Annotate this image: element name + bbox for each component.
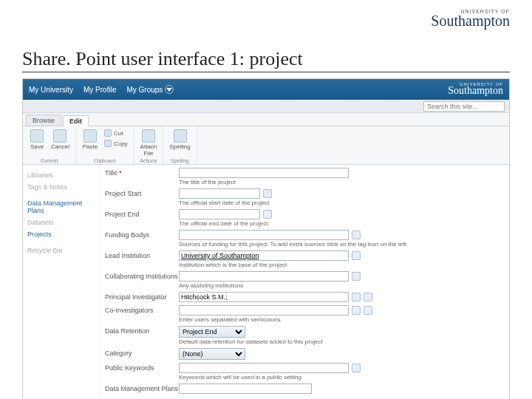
sidebar-item-datasets[interactable]: Datasets [27, 216, 95, 228]
attach-file-button[interactable]: Attach File [139, 129, 159, 157]
sidebar-item-libraries[interactable]: Libraries [27, 169, 95, 181]
dmp-input[interactable] [179, 383, 312, 394]
label-end: Project End [105, 209, 179, 218]
label-co: Co-Investigators [105, 305, 179, 314]
co-input[interactable] [179, 305, 349, 316]
lead-institution-input[interactable] [179, 250, 349, 261]
browse-people-icon[interactable] [364, 306, 372, 315]
chevron-down-icon [165, 85, 174, 94]
sidebar-item-recycle[interactable]: Recycle Bin [27, 245, 95, 256]
hint-keywords: Keywords which will be used in a public … [179, 374, 502, 381]
sidebar-item-dmp[interactable]: Data Management Plans [27, 197, 95, 216]
end-date-input[interactable] [179, 209, 260, 219]
hint-co: Enter users separated with semicolons. [179, 316, 502, 323]
keywords-input[interactable] [179, 363, 349, 373]
ribbon-tabs: Browse Edit [23, 113, 509, 126]
label-pi: Principal Investigator [105, 292, 179, 301]
hint-collab: Any assisting institutions [179, 282, 502, 289]
top-nav: My University My Profile My Groups UNIVE… [23, 79, 509, 100]
nav-my-groups[interactable]: My Groups [126, 85, 174, 94]
pi-input[interactable] [179, 292, 349, 302]
hint-title: The title of the project [179, 179, 502, 185]
sidebar-item-projects[interactable]: Projects [27, 228, 95, 240]
nav-my-profile[interactable]: My Profile [83, 86, 116, 94]
spelling-button[interactable]: Spelling [168, 129, 191, 151]
hint-funding: Sources of funding for this project. To … [179, 241, 502, 248]
label-lead: Lead Institution [105, 250, 179, 259]
hint-start: The official start date of the project [179, 200, 502, 206]
retention-select[interactable]: Project End [179, 326, 245, 338]
ribbon-group-spelling: Spelling Spelling [163, 126, 197, 164]
hint-lead: Institution which is the base of the pro… [179, 262, 502, 268]
tab-browse[interactable]: Browse [26, 115, 61, 126]
label-collab: Collaborating Institutions [105, 271, 179, 280]
paste-button[interactable]: Paste [81, 129, 100, 151]
browse-people-icon[interactable] [364, 293, 372, 301]
check-name-icon[interactable] [352, 306, 361, 315]
paste-icon [83, 129, 97, 143]
save-button[interactable]: Save [27, 129, 47, 151]
attach-icon [142, 129, 155, 143]
tab-edit[interactable]: Edit [63, 115, 89, 126]
calendar-icon[interactable] [263, 189, 272, 198]
tag-icon[interactable] [352, 364, 361, 372]
copy-icon [104, 140, 112, 147]
save-icon [30, 129, 44, 143]
project-form: Title * The title of the project Project… [100, 165, 509, 399]
check-name-icon[interactable] [352, 293, 361, 301]
cancel-button[interactable]: Cancel [50, 129, 71, 151]
title-input[interactable] [179, 168, 349, 178]
copy-button[interactable]: Copy [103, 139, 129, 149]
label-start: Project Start [105, 188, 179, 197]
tag-icon[interactable] [352, 272, 361, 281]
logo-big-text: Southampton [431, 13, 510, 30]
cut-icon [104, 129, 112, 137]
nav-my-university[interactable]: My University [29, 86, 73, 94]
cancel-icon [53, 129, 66, 143]
category-select[interactable]: (None) [179, 348, 245, 360]
tag-icon[interactable] [352, 251, 361, 260]
collab-input[interactable] [179, 271, 349, 282]
calendar-icon[interactable] [263, 210, 272, 219]
ribbon-group-clipboard: Paste Cut Copy Clipboard [76, 126, 134, 164]
hint-retention: Default data retention for datasets adde… [179, 338, 502, 345]
hint-end: The official end date of the project [179, 220, 502, 227]
tag-icon[interactable] [352, 231, 361, 239]
label-title: Title * [105, 168, 179, 177]
start-date-input[interactable] [179, 188, 260, 199]
label-funding: Funding Bodys [105, 230, 179, 239]
search-input[interactable] [423, 101, 505, 112]
left-nav: Libraries Tags & Notes Data Management P… [23, 165, 100, 399]
topbar-brand: UNIVERSITY OF Southampton [448, 82, 503, 97]
funding-input[interactable] [179, 230, 349, 240]
cut-button[interactable]: Cut [103, 129, 129, 138]
page-title: Share. Point user interface 1: project [22, 48, 510, 72]
sharepoint-app: My University My Profile My Groups UNIVE… [22, 78, 510, 399]
ribbon-group-commit: Save Cancel Commit [23, 126, 76, 164]
ribbon-group-actions: Attach File Actions [134, 126, 164, 164]
ribbon: Save Cancel Commit Paste Cut Copy Clipbo… [23, 126, 509, 165]
label-dmp: Data Management Plans [105, 383, 179, 392]
search-bar [23, 100, 509, 113]
slide-logo: UNIVERSITY OF Southampton [431, 9, 510, 30]
spellcheck-icon [174, 129, 187, 143]
label-retention: Data Retention [105, 326, 179, 335]
label-keywords: Public Keywords [105, 363, 179, 372]
label-category: Category [105, 348, 179, 357]
sidebar-item-tags[interactable]: Tags & Notes [27, 181, 95, 193]
